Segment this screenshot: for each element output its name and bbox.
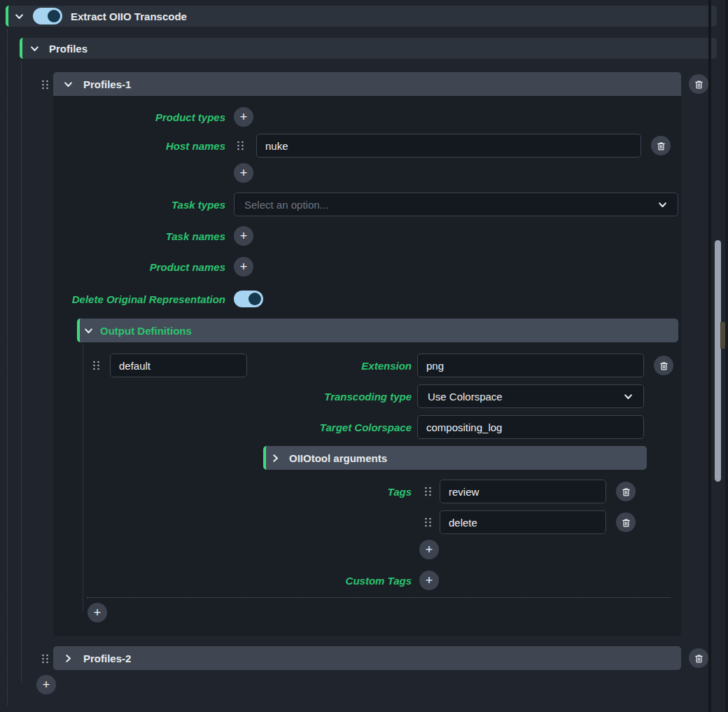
task-types-placeholder: Select an option... (244, 199, 652, 211)
drag-handle-icon[interactable] (92, 361, 100, 370)
scrollbar (708, 0, 728, 712)
add-product-type-button[interactable]: + (234, 107, 253, 127)
tags-row: Tags (92, 480, 673, 503)
profile-2-title: Profiles-2 (83, 652, 131, 664)
delete-tag-button[interactable] (616, 512, 636, 532)
chevron-right-icon[interactable] (63, 653, 74, 664)
drag-handle-icon[interactable] (424, 487, 432, 496)
extension-label: Extension (361, 360, 412, 372)
drag-handle-icon[interactable] (41, 80, 49, 90)
scrollbar-track-line (708, 0, 711, 712)
indent-guide (83, 344, 83, 611)
add-host-name-button[interactable]: + (234, 163, 253, 183)
task-types-label: Task types (63, 199, 225, 211)
indent-guide (7, 29, 8, 706)
profile-item-2: Profiles-2 (41, 646, 708, 670)
transcoding-type-label: Transcoding type (324, 391, 412, 403)
delete-output-definition-button[interactable] (654, 356, 673, 375)
profiles-list: Profiles-1 Product types + Host names (20, 72, 717, 694)
profile-1-content: Product types + Host names (53, 96, 681, 636)
profile-1-header[interactable]: Profiles-1 (53, 72, 681, 96)
add-output-definition-button[interactable]: + (88, 603, 107, 622)
root-title: Extract OIIO Transcode (71, 11, 187, 22)
od-name-extension-row: Extension (92, 354, 673, 377)
task-types-select[interactable]: Select an option... (234, 193, 678, 216)
chevron-down-icon[interactable] (83, 326, 94, 336)
od-name-input[interactable] (110, 354, 247, 377)
output-definitions-header[interactable]: Output Definitions (77, 319, 678, 342)
delete-profile-button[interactable] (689, 648, 708, 668)
product-names-row: Product names + (63, 257, 678, 277)
profiles-section-bar[interactable]: Profiles (20, 38, 717, 59)
chevron-down-icon[interactable] (63, 79, 74, 90)
host-name-input[interactable] (256, 134, 641, 158)
product-types-row: Product types + (63, 107, 678, 127)
settings-page: Extract OIIO Transcode Profiles Profiles… (0, 0, 728, 712)
custom-tags-label: Custom Tags (346, 575, 412, 587)
tags-label: Tags (388, 486, 412, 498)
toggle-knob (248, 293, 261, 305)
task-types-row: Task types Select an option... (63, 193, 678, 216)
target-colorspace-label: Target Colorspace (320, 421, 412, 433)
toggle-knob (48, 10, 60, 22)
transcoding-type-select[interactable]: Use Colorspace (417, 384, 644, 408)
delete-original-toggle[interactable] (234, 291, 263, 307)
delete-tag-button[interactable] (616, 482, 636, 501)
host-names-row: Host names (63, 134, 678, 158)
add-tag-button[interactable]: + (419, 540, 439, 559)
output-definition-item: Extension Transcoding type (77, 342, 678, 622)
add-host-name-row: + (63, 163, 678, 183)
delete-original-row: Delete Original Representation (63, 291, 678, 307)
target-colorspace-input[interactable] (417, 415, 644, 439)
output-definitions-title: Output Definitions (100, 325, 192, 337)
item-separator (87, 597, 671, 598)
delete-original-label: Delete Original Representation (63, 293, 225, 305)
product-names-label: Product names (63, 261, 225, 273)
profiles-section-title: Profiles (49, 43, 88, 55)
scrollbar-thumb[interactable] (715, 240, 721, 482)
oiiotool-arguments-title: OIIOtool arguments (289, 452, 387, 464)
target-colorspace-row: Target Colorspace (92, 415, 673, 439)
drag-handle-icon[interactable] (424, 517, 432, 527)
output-definitions-section: Output Definitions Extension (77, 319, 678, 622)
delete-host-name-button[interactable] (651, 136, 671, 155)
chevron-down-icon (623, 391, 634, 402)
root-collapsible-bar[interactable]: Extract OIIO Transcode (6, 6, 717, 27)
drag-handle-icon[interactable] (234, 141, 246, 151)
host-names-label: Host names (63, 140, 225, 152)
extension-input[interactable] (417, 354, 644, 377)
profile-1-title: Profiles-1 (83, 78, 131, 90)
add-tag-row: + (92, 540, 673, 559)
transcoding-type-row: Transcoding type Use Colorspace (92, 384, 673, 408)
tags-row (92, 510, 673, 534)
profile-2-header[interactable]: Profiles-2 (53, 646, 681, 670)
add-profile-button[interactable]: + (36, 675, 56, 694)
drag-handle-icon[interactable] (41, 654, 49, 664)
scrollbar-change-marker (720, 322, 725, 349)
root-enabled-toggle[interactable] (33, 8, 62, 25)
task-names-row: Task names + (63, 226, 678, 246)
tag-input[interactable] (440, 510, 606, 534)
transcoding-type-value: Use Colorspace (428, 391, 617, 403)
scrollbar-edge (725, 0, 728, 712)
chevron-down-icon[interactable] (14, 11, 24, 22)
tag-input[interactable] (440, 480, 606, 503)
chevron-down-icon (657, 200, 668, 210)
product-types-label: Product types (63, 111, 225, 123)
profile-item-1: Profiles-1 Product types + Host names (41, 72, 708, 636)
custom-tags-row: Custom Tags + (92, 571, 673, 590)
delete-profile-button[interactable] (689, 74, 708, 94)
add-product-name-button[interactable]: + (234, 257, 253, 277)
add-task-name-button[interactable]: + (234, 226, 253, 246)
chevron-right-icon[interactable] (270, 453, 281, 463)
task-names-label: Task names (63, 230, 225, 242)
oiiotool-arguments-header[interactable]: OIIOtool arguments (263, 446, 647, 470)
chevron-down-icon[interactable] (29, 43, 40, 54)
add-custom-tag-button[interactable]: + (419, 571, 439, 590)
